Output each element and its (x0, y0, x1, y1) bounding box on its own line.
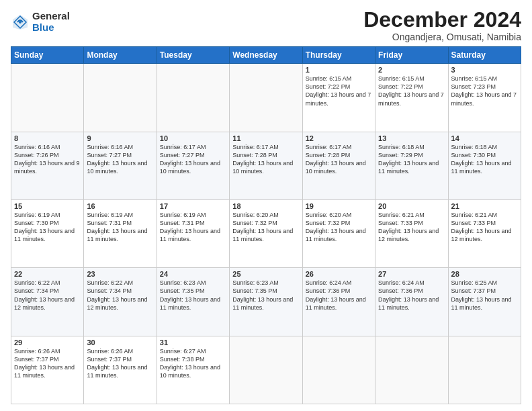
table-cell: 1Sunrise: 6:15 AMSunset: 7:22 PMDaylight… (302, 64, 375, 132)
calendar-subtitle: Ongandjera, Omusati, Namibia (363, 32, 521, 42)
col-friday: Friday (375, 47, 448, 64)
col-sunday: Sunday (11, 47, 84, 64)
day-info: Sunrise: 6:25 AMSunset: 7:37 PMDaylight:… (451, 279, 518, 312)
day-number: 9 (87, 134, 153, 142)
table-cell: 9Sunrise: 6:16 AMSunset: 7:27 PMDaylight… (84, 132, 157, 199)
table-cell (84, 64, 157, 132)
day-number: 19 (306, 202, 372, 210)
table-cell: 15Sunrise: 6:19 AMSunset: 7:30 PMDayligh… (11, 199, 84, 267)
col-saturday: Saturday (448, 47, 521, 64)
calendar-table: Sunday Monday Tuesday Wednesday Thursday… (11, 46, 521, 404)
table-cell: 8Sunrise: 6:16 AMSunset: 7:26 PMDaylight… (11, 132, 84, 199)
title-block: December 2024 Ongandjera, Omusati, Namib… (363, 8, 521, 42)
day-info: Sunrise: 6:23 AMSunset: 7:35 PMDaylight:… (160, 279, 226, 312)
table-cell: 21Sunrise: 6:21 AMSunset: 7:33 PMDayligh… (448, 199, 521, 267)
header: General Blue December 2024 Ongandjera, O… (11, 8, 521, 42)
day-info: Sunrise: 6:19 AMSunset: 7:31 PMDaylight:… (160, 211, 226, 244)
table-cell (230, 64, 302, 132)
day-number: 23 (87, 270, 153, 278)
day-info: Sunrise: 6:17 AMSunset: 7:28 PMDaylight:… (306, 143, 372, 176)
logo: General Blue (11, 11, 70, 33)
table-cell (230, 336, 302, 404)
calendar-week-row: 8Sunrise: 6:16 AMSunset: 7:26 PMDaylight… (11, 132, 521, 199)
table-cell: 10Sunrise: 6:17 AMSunset: 7:27 PMDayligh… (157, 132, 229, 199)
table-cell: 23Sunrise: 6:22 AMSunset: 7:34 PMDayligh… (84, 268, 157, 336)
table-cell: 25Sunrise: 6:23 AMSunset: 7:35 PMDayligh… (230, 268, 302, 336)
day-info: Sunrise: 6:15 AMSunset: 7:22 PMDaylight:… (306, 75, 372, 107)
day-number: 2 (378, 66, 445, 74)
table-cell: 19Sunrise: 6:20 AMSunset: 7:32 PMDayligh… (302, 199, 375, 267)
day-number: 22 (14, 270, 81, 278)
table-cell: 30Sunrise: 6:26 AMSunset: 7:37 PMDayligh… (84, 336, 157, 404)
page: General Blue December 2024 Ongandjera, O… (0, 0, 532, 411)
day-info: Sunrise: 6:18 AMSunset: 7:29 PMDaylight:… (378, 143, 445, 176)
table-cell: 22Sunrise: 6:22 AMSunset: 7:34 PMDayligh… (11, 268, 84, 336)
day-number: 27 (378, 270, 445, 278)
table-cell: 24Sunrise: 6:23 AMSunset: 7:35 PMDayligh… (157, 268, 229, 336)
day-info: Sunrise: 6:16 AMSunset: 7:26 PMDaylight:… (14, 143, 81, 176)
table-cell: 12Sunrise: 6:17 AMSunset: 7:28 PMDayligh… (302, 132, 375, 199)
table-cell (157, 64, 229, 132)
col-monday: Monday (84, 47, 157, 64)
svg-point-2 (19, 21, 21, 24)
logo-icon (11, 13, 30, 32)
calendar-week-row: 1Sunrise: 6:15 AMSunset: 7:22 PMDaylight… (11, 64, 521, 132)
table-cell: 18Sunrise: 6:20 AMSunset: 7:32 PMDayligh… (230, 199, 302, 267)
day-number: 24 (160, 270, 226, 278)
calendar-week-row: 29Sunrise: 6:26 AMSunset: 7:37 PMDayligh… (11, 336, 521, 404)
day-info: Sunrise: 6:18 AMSunset: 7:30 PMDaylight:… (451, 143, 518, 176)
col-wednesday: Wednesday (230, 47, 302, 64)
calendar-week-row: 22Sunrise: 6:22 AMSunset: 7:34 PMDayligh… (11, 268, 521, 336)
table-cell: 2Sunrise: 6:15 AMSunset: 7:22 PMDaylight… (375, 64, 448, 132)
day-number: 21 (451, 202, 518, 210)
table-cell: 11Sunrise: 6:17 AMSunset: 7:28 PMDayligh… (230, 132, 302, 199)
day-number: 16 (87, 202, 153, 210)
day-info: Sunrise: 6:15 AMSunset: 7:22 PMDaylight:… (378, 75, 445, 107)
table-cell: 29Sunrise: 6:26 AMSunset: 7:37 PMDayligh… (11, 336, 84, 404)
day-info: Sunrise: 6:21 AMSunset: 7:33 PMDaylight:… (378, 211, 445, 244)
day-number: 18 (232, 202, 299, 210)
table-cell (302, 336, 375, 404)
table-cell: 28Sunrise: 6:25 AMSunset: 7:37 PMDayligh… (448, 268, 521, 336)
day-number: 29 (14, 338, 81, 347)
table-cell: 14Sunrise: 6:18 AMSunset: 7:30 PMDayligh… (448, 132, 521, 199)
logo-general-label: General (32, 11, 70, 22)
table-cell: 16Sunrise: 6:19 AMSunset: 7:31 PMDayligh… (84, 199, 157, 267)
table-cell (448, 336, 521, 404)
table-cell: 3Sunrise: 6:15 AMSunset: 7:23 PMDaylight… (448, 64, 521, 132)
table-cell: 31Sunrise: 6:27 AMSunset: 7:38 PMDayligh… (157, 336, 229, 404)
table-cell: 20Sunrise: 6:21 AMSunset: 7:33 PMDayligh… (375, 199, 448, 267)
day-number: 31 (160, 338, 226, 347)
calendar-header-row: Sunday Monday Tuesday Wednesday Thursday… (11, 47, 521, 64)
day-info: Sunrise: 6:26 AMSunset: 7:37 PMDaylight:… (87, 347, 153, 380)
day-number: 10 (160, 134, 226, 142)
day-info: Sunrise: 6:16 AMSunset: 7:27 PMDaylight:… (87, 143, 153, 176)
day-number: 11 (232, 134, 299, 142)
day-info: Sunrise: 6:20 AMSunset: 7:32 PMDaylight:… (306, 211, 372, 244)
table-cell: 17Sunrise: 6:19 AMSunset: 7:31 PMDayligh… (157, 199, 229, 267)
calendar-week-row: 15Sunrise: 6:19 AMSunset: 7:30 PMDayligh… (11, 199, 521, 267)
day-info: Sunrise: 6:21 AMSunset: 7:33 PMDaylight:… (451, 211, 518, 244)
logo-text: General Blue (32, 11, 70, 33)
day-info: Sunrise: 6:26 AMSunset: 7:37 PMDaylight:… (14, 347, 81, 380)
day-number: 28 (451, 270, 518, 278)
table-cell (11, 64, 84, 132)
day-number: 12 (306, 134, 372, 142)
calendar-title: December 2024 (363, 8, 521, 32)
day-number: 15 (14, 202, 81, 210)
table-cell: 26Sunrise: 6:24 AMSunset: 7:36 PMDayligh… (302, 268, 375, 336)
day-info: Sunrise: 6:20 AMSunset: 7:32 PMDaylight:… (232, 211, 299, 244)
day-number: 25 (232, 270, 299, 278)
day-number: 26 (306, 270, 372, 278)
day-number: 30 (87, 338, 153, 347)
col-tuesday: Tuesday (157, 47, 229, 64)
day-info: Sunrise: 6:17 AMSunset: 7:27 PMDaylight:… (160, 143, 226, 176)
day-info: Sunrise: 6:15 AMSunset: 7:23 PMDaylight:… (451, 75, 518, 107)
col-thursday: Thursday (302, 47, 375, 64)
day-number: 13 (378, 134, 445, 142)
day-number: 1 (306, 66, 372, 74)
logo-blue-label: Blue (32, 22, 70, 34)
day-info: Sunrise: 6:19 AMSunset: 7:30 PMDaylight:… (14, 211, 81, 244)
table-cell: 13Sunrise: 6:18 AMSunset: 7:29 PMDayligh… (375, 132, 448, 199)
day-info: Sunrise: 6:22 AMSunset: 7:34 PMDaylight:… (14, 279, 81, 312)
